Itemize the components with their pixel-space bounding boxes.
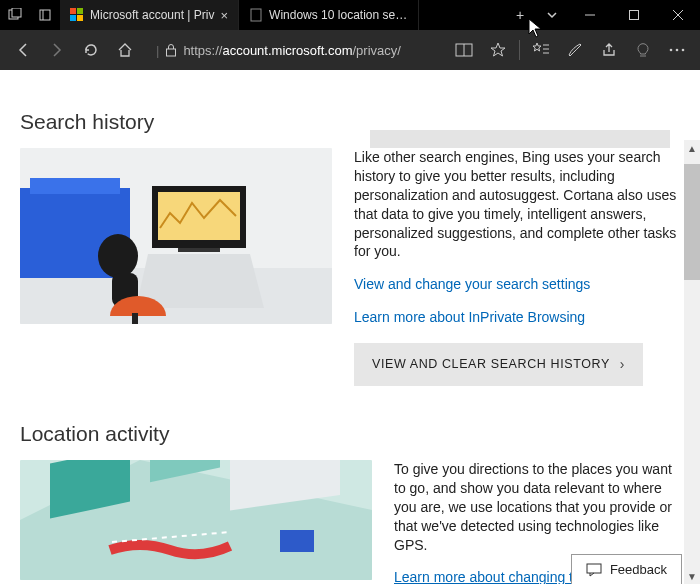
svg-rect-13 [167, 49, 176, 56]
search-history-illustration [20, 148, 332, 324]
task-view-icon[interactable] [0, 8, 30, 22]
titlebar: Microsoft account | Priv × Windows 10 lo… [0, 0, 700, 30]
set-aside-icon[interactable] [30, 8, 60, 22]
feedback-label: Feedback [610, 562, 667, 577]
address-bar[interactable]: | https://account.microsoft.com/privacy/ [150, 43, 447, 58]
svg-rect-40 [280, 530, 314, 552]
tab-close-icon[interactable]: × [221, 8, 229, 23]
reading-view-button[interactable] [447, 30, 481, 70]
page-favicon-icon [249, 8, 263, 22]
search-history-body: Like other search engines, Bing uses you… [354, 148, 680, 261]
scrollbar-thumb[interactable] [684, 164, 700, 280]
feedback-button[interactable]: Feedback [571, 554, 682, 584]
location-activity-illustration [20, 460, 372, 580]
svg-point-21 [670, 49, 673, 52]
search-settings-link[interactable]: View and change your search settings [354, 275, 590, 294]
svg-rect-7 [77, 15, 83, 21]
favorites-list-button[interactable] [524, 30, 558, 70]
url-text: https://account.microsoft.com/privacy/ [183, 43, 400, 58]
window-maximize-button[interactable] [612, 0, 656, 30]
scroll-up-button[interactable]: ▲ [684, 140, 700, 156]
svg-rect-1 [12, 8, 21, 17]
refresh-button[interactable] [74, 30, 108, 70]
svg-rect-27 [30, 178, 120, 194]
svg-rect-29 [158, 192, 240, 240]
ink-button[interactable] [558, 30, 592, 70]
scroll-down-button[interactable]: ▼ [684, 568, 700, 584]
favorite-star-button[interactable] [481, 30, 515, 70]
svg-point-23 [682, 49, 685, 52]
window-minimize-button[interactable] [568, 0, 612, 30]
back-button[interactable] [6, 30, 40, 70]
button-label: VIEW AND CLEAR SEARCH HISTORY [372, 356, 610, 373]
svg-rect-8 [251, 9, 261, 21]
ms-favicon-icon [70, 8, 84, 22]
svg-point-22 [676, 49, 679, 52]
svg-point-31 [98, 234, 138, 278]
svg-rect-4 [70, 8, 76, 14]
forward-button[interactable] [40, 30, 74, 70]
home-button[interactable] [108, 30, 142, 70]
browser-tab-1[interactable]: Windows 10 location servic [239, 0, 419, 30]
more-button[interactable] [660, 30, 694, 70]
svg-rect-41 [587, 564, 601, 573]
tab-title: Windows 10 location servic [269, 8, 408, 22]
window-close-button[interactable] [656, 0, 700, 30]
separator: | [156, 43, 159, 58]
svg-rect-30 [178, 248, 220, 252]
location-activity-body: To give you directions to the places you… [394, 460, 680, 554]
tab-title: Microsoft account | Priv [90, 8, 215, 22]
svg-rect-34 [132, 313, 138, 324]
svg-rect-10 [630, 11, 639, 20]
page-viewport: ▲ ▼ Search history [0, 70, 700, 584]
prev-section-remnant [370, 130, 670, 148]
svg-rect-5 [77, 8, 83, 14]
tab-menu-chevron-icon[interactable] [536, 9, 568, 21]
toolbar-separator [519, 40, 520, 60]
svg-marker-16 [491, 43, 505, 56]
chat-icon [586, 563, 602, 577]
view-clear-search-history-button[interactable]: VIEW AND CLEAR SEARCH HISTORY › [354, 343, 643, 386]
svg-marker-17 [533, 43, 541, 51]
svg-rect-6 [70, 15, 76, 21]
location-activity-heading: Location activity [20, 422, 680, 446]
browser-tab-0[interactable]: Microsoft account | Priv × [60, 0, 239, 30]
svg-rect-2 [40, 10, 50, 20]
inprivate-link[interactable]: Learn more about InPrivate Browsing [354, 308, 585, 327]
chevron-right-icon: › [620, 355, 625, 374]
new-tab-button[interactable]: + [504, 7, 536, 23]
hint-button[interactable] [626, 30, 660, 70]
share-button[interactable] [592, 30, 626, 70]
lock-icon [165, 43, 177, 57]
browser-toolbar: | https://account.microsoft.com/privacy/ [0, 30, 700, 70]
